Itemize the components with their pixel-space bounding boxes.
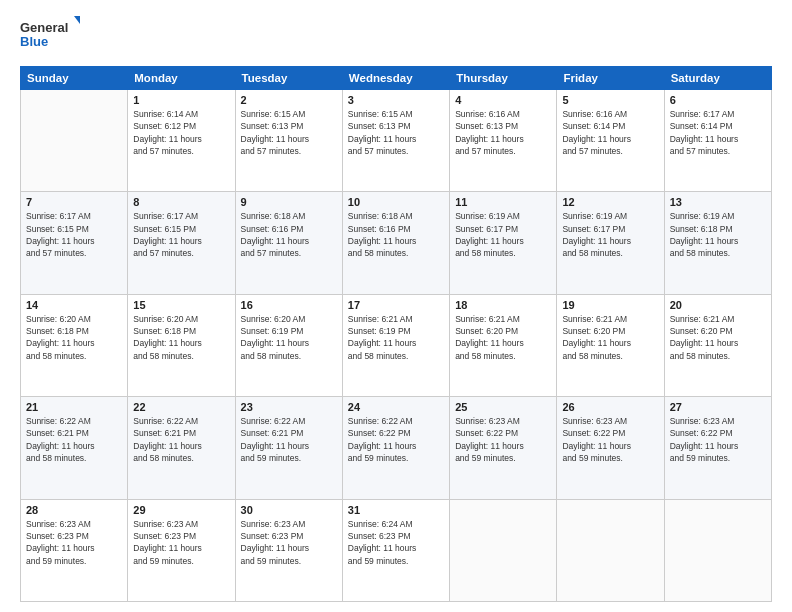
day-info: Sunrise: 6:16 AM Sunset: 6:13 PM Dayligh… [455, 108, 551, 157]
calendar-cell: 23Sunrise: 6:22 AM Sunset: 6:21 PM Dayli… [235, 397, 342, 499]
day-info: Sunrise: 6:18 AM Sunset: 6:16 PM Dayligh… [348, 210, 444, 259]
day-info: Sunrise: 6:17 AM Sunset: 6:15 PM Dayligh… [133, 210, 229, 259]
day-number: 27 [670, 401, 766, 413]
day-number: 13 [670, 196, 766, 208]
day-number: 20 [670, 299, 766, 311]
day-info: Sunrise: 6:14 AM Sunset: 6:12 PM Dayligh… [133, 108, 229, 157]
calendar-cell [450, 499, 557, 601]
day-info: Sunrise: 6:23 AM Sunset: 6:23 PM Dayligh… [26, 518, 122, 567]
day-number: 1 [133, 94, 229, 106]
day-info: Sunrise: 6:20 AM Sunset: 6:18 PM Dayligh… [133, 313, 229, 362]
day-number: 2 [241, 94, 337, 106]
day-info: Sunrise: 6:19 AM Sunset: 6:18 PM Dayligh… [670, 210, 766, 259]
day-number: 30 [241, 504, 337, 516]
calendar-cell: 2Sunrise: 6:15 AM Sunset: 6:13 PM Daylig… [235, 90, 342, 192]
day-info: Sunrise: 6:15 AM Sunset: 6:13 PM Dayligh… [241, 108, 337, 157]
day-info: Sunrise: 6:23 AM Sunset: 6:22 PM Dayligh… [455, 415, 551, 464]
weekday-header-sunday: Sunday [21, 67, 128, 90]
calendar-week-row: 1Sunrise: 6:14 AM Sunset: 6:12 PM Daylig… [21, 90, 772, 192]
day-number: 23 [241, 401, 337, 413]
calendar-cell: 10Sunrise: 6:18 AM Sunset: 6:16 PM Dayli… [342, 192, 449, 294]
day-info: Sunrise: 6:23 AM Sunset: 6:22 PM Dayligh… [670, 415, 766, 464]
calendar-cell: 18Sunrise: 6:21 AM Sunset: 6:20 PM Dayli… [450, 294, 557, 396]
day-info: Sunrise: 6:18 AM Sunset: 6:16 PM Dayligh… [241, 210, 337, 259]
calendar-cell: 24Sunrise: 6:22 AM Sunset: 6:22 PM Dayli… [342, 397, 449, 499]
calendar-cell [557, 499, 664, 601]
day-info: Sunrise: 6:22 AM Sunset: 6:21 PM Dayligh… [133, 415, 229, 464]
day-number: 18 [455, 299, 551, 311]
calendar-cell: 21Sunrise: 6:22 AM Sunset: 6:21 PM Dayli… [21, 397, 128, 499]
calendar-cell: 3Sunrise: 6:15 AM Sunset: 6:13 PM Daylig… [342, 90, 449, 192]
calendar-cell: 26Sunrise: 6:23 AM Sunset: 6:22 PM Dayli… [557, 397, 664, 499]
calendar-cell: 5Sunrise: 6:16 AM Sunset: 6:14 PM Daylig… [557, 90, 664, 192]
weekday-header-monday: Monday [128, 67, 235, 90]
calendar-week-row: 7Sunrise: 6:17 AM Sunset: 6:15 PM Daylig… [21, 192, 772, 294]
day-number: 10 [348, 196, 444, 208]
day-number: 4 [455, 94, 551, 106]
calendar-cell: 16Sunrise: 6:20 AM Sunset: 6:19 PM Dayli… [235, 294, 342, 396]
day-info: Sunrise: 6:23 AM Sunset: 6:23 PM Dayligh… [241, 518, 337, 567]
logo-svg: General Blue [20, 16, 80, 56]
day-info: Sunrise: 6:21 AM Sunset: 6:20 PM Dayligh… [455, 313, 551, 362]
day-number: 22 [133, 401, 229, 413]
svg-text:General: General [20, 20, 68, 35]
day-number: 28 [26, 504, 122, 516]
day-number: 7 [26, 196, 122, 208]
page-header: General Blue [20, 16, 772, 56]
calendar-cell: 22Sunrise: 6:22 AM Sunset: 6:21 PM Dayli… [128, 397, 235, 499]
day-number: 31 [348, 504, 444, 516]
day-info: Sunrise: 6:15 AM Sunset: 6:13 PM Dayligh… [348, 108, 444, 157]
calendar-cell: 25Sunrise: 6:23 AM Sunset: 6:22 PM Dayli… [450, 397, 557, 499]
calendar-cell: 17Sunrise: 6:21 AM Sunset: 6:19 PM Dayli… [342, 294, 449, 396]
calendar-cell: 4Sunrise: 6:16 AM Sunset: 6:13 PM Daylig… [450, 90, 557, 192]
day-number: 16 [241, 299, 337, 311]
svg-text:Blue: Blue [20, 34, 48, 49]
day-info: Sunrise: 6:22 AM Sunset: 6:21 PM Dayligh… [241, 415, 337, 464]
calendar-cell: 8Sunrise: 6:17 AM Sunset: 6:15 PM Daylig… [128, 192, 235, 294]
day-info: Sunrise: 6:19 AM Sunset: 6:17 PM Dayligh… [455, 210, 551, 259]
calendar-cell: 28Sunrise: 6:23 AM Sunset: 6:23 PM Dayli… [21, 499, 128, 601]
calendar-cell [21, 90, 128, 192]
day-info: Sunrise: 6:17 AM Sunset: 6:14 PM Dayligh… [670, 108, 766, 157]
calendar-cell: 15Sunrise: 6:20 AM Sunset: 6:18 PM Dayli… [128, 294, 235, 396]
day-number: 14 [26, 299, 122, 311]
calendar-cell: 20Sunrise: 6:21 AM Sunset: 6:20 PM Dayli… [664, 294, 771, 396]
day-info: Sunrise: 6:21 AM Sunset: 6:19 PM Dayligh… [348, 313, 444, 362]
calendar-cell [664, 499, 771, 601]
calendar-cell: 12Sunrise: 6:19 AM Sunset: 6:17 PM Dayli… [557, 192, 664, 294]
calendar-cell: 14Sunrise: 6:20 AM Sunset: 6:18 PM Dayli… [21, 294, 128, 396]
weekday-header-thursday: Thursday [450, 67, 557, 90]
day-number: 24 [348, 401, 444, 413]
day-info: Sunrise: 6:20 AM Sunset: 6:19 PM Dayligh… [241, 313, 337, 362]
day-number: 11 [455, 196, 551, 208]
day-number: 8 [133, 196, 229, 208]
day-number: 17 [348, 299, 444, 311]
day-info: Sunrise: 6:21 AM Sunset: 6:20 PM Dayligh… [562, 313, 658, 362]
calendar-cell: 7Sunrise: 6:17 AM Sunset: 6:15 PM Daylig… [21, 192, 128, 294]
svg-marker-2 [74, 16, 80, 24]
calendar-cell: 31Sunrise: 6:24 AM Sunset: 6:23 PM Dayli… [342, 499, 449, 601]
day-number: 3 [348, 94, 444, 106]
calendar-cell: 1Sunrise: 6:14 AM Sunset: 6:12 PM Daylig… [128, 90, 235, 192]
day-info: Sunrise: 6:21 AM Sunset: 6:20 PM Dayligh… [670, 313, 766, 362]
calendar-cell: 19Sunrise: 6:21 AM Sunset: 6:20 PM Dayli… [557, 294, 664, 396]
weekday-header-wednesday: Wednesday [342, 67, 449, 90]
calendar-cell: 13Sunrise: 6:19 AM Sunset: 6:18 PM Dayli… [664, 192, 771, 294]
weekday-header-tuesday: Tuesday [235, 67, 342, 90]
day-number: 12 [562, 196, 658, 208]
calendar-cell: 11Sunrise: 6:19 AM Sunset: 6:17 PM Dayli… [450, 192, 557, 294]
weekday-header-saturday: Saturday [664, 67, 771, 90]
day-number: 19 [562, 299, 658, 311]
day-info: Sunrise: 6:19 AM Sunset: 6:17 PM Dayligh… [562, 210, 658, 259]
day-info: Sunrise: 6:17 AM Sunset: 6:15 PM Dayligh… [26, 210, 122, 259]
calendar-cell: 9Sunrise: 6:18 AM Sunset: 6:16 PM Daylig… [235, 192, 342, 294]
day-info: Sunrise: 6:20 AM Sunset: 6:18 PM Dayligh… [26, 313, 122, 362]
day-number: 15 [133, 299, 229, 311]
day-info: Sunrise: 6:22 AM Sunset: 6:22 PM Dayligh… [348, 415, 444, 464]
day-number: 21 [26, 401, 122, 413]
calendar-cell: 27Sunrise: 6:23 AM Sunset: 6:22 PM Dayli… [664, 397, 771, 499]
calendar-header-row: SundayMondayTuesdayWednesdayThursdayFrid… [21, 67, 772, 90]
calendar-cell: 6Sunrise: 6:17 AM Sunset: 6:14 PM Daylig… [664, 90, 771, 192]
calendar-cell: 30Sunrise: 6:23 AM Sunset: 6:23 PM Dayli… [235, 499, 342, 601]
day-info: Sunrise: 6:16 AM Sunset: 6:14 PM Dayligh… [562, 108, 658, 157]
